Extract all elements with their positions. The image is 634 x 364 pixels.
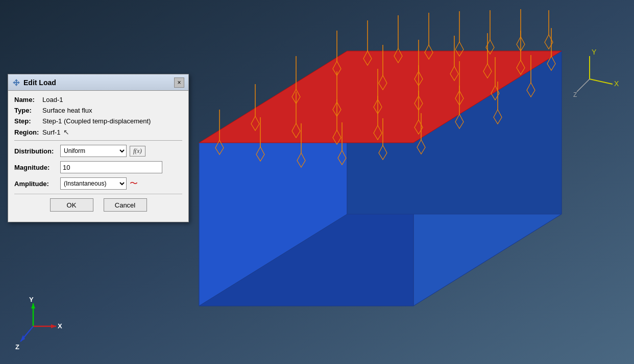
type-value: Surface heat flux: [42, 107, 92, 114]
divider: [14, 140, 182, 141]
svg-text:X: X: [614, 80, 619, 88]
magnitude-input[interactable]: [60, 161, 162, 173]
region-row: Region: Surf-1 ↖: [14, 128, 182, 136]
dialog-title-text: Edit Load: [23, 79, 56, 87]
name-label: Name:: [14, 96, 42, 103]
amplitude-row: Amplitude: (Instantaneous) 〜: [14, 177, 182, 190]
distribution-row: Distribution: Uniform f(x): [14, 145, 182, 157]
svg-text:Z: Z: [573, 91, 577, 98]
type-label: Type:: [14, 107, 42, 114]
step-label: Step:: [14, 117, 42, 125]
dialog-body: Name: Load-1 Type: Surface heat flux Ste…: [8, 91, 188, 222]
magnitude-label: Magnitude:: [14, 164, 60, 171]
svg-text:Y: Y: [592, 48, 597, 56]
type-row: Type: Surface heat flux: [14, 107, 182, 114]
name-value: Load-1: [42, 96, 63, 103]
svg-text:X: X: [58, 322, 62, 330]
amplitude-label: Amplitude:: [14, 180, 60, 188]
svg-text:Y: Y: [29, 296, 34, 303]
move-icon: [12, 79, 20, 87]
distribution-select[interactable]: Uniform: [60, 145, 127, 157]
edit-load-dialog: Edit Load × Name: Load-1 Type: Surface h…: [8, 74, 189, 222]
name-row: Name: Load-1: [14, 96, 182, 103]
distribution-label: Distribution:: [14, 147, 60, 155]
dialog-titlebar: Edit Load ×: [8, 74, 188, 91]
dialog-buttons: OK Cancel: [14, 194, 182, 217]
region-value: Surf-1: [42, 128, 60, 136]
distribution-control: Uniform f(x): [60, 145, 182, 157]
dialog-title-left: Edit Load: [12, 79, 56, 87]
magnitude-row: Magnitude:: [14, 161, 182, 173]
amplitude-wave-icon: 〜: [130, 178, 138, 189]
svg-marker-90: [13, 79, 20, 86]
svg-text:Z: Z: [15, 343, 19, 351]
cancel-button[interactable]: Cancel: [104, 198, 147, 212]
region-value-container: Surf-1 ↖: [42, 128, 69, 136]
ok-button[interactable]: OK: [50, 198, 93, 212]
cursor-icon: ↖: [63, 128, 69, 136]
region-label: Region:: [14, 128, 42, 136]
step-value: Step-1 (Coupled temp-displacement): [42, 117, 151, 125]
magnitude-control: [60, 161, 182, 173]
step-row: Step: Step-1 (Coupled temp-displacement): [14, 117, 182, 125]
amplitude-control: (Instantaneous) 〜: [60, 177, 182, 190]
amplitude-select[interactable]: (Instantaneous): [60, 177, 127, 190]
fx-button[interactable]: f(x): [130, 146, 145, 157]
close-button[interactable]: ×: [174, 77, 184, 88]
